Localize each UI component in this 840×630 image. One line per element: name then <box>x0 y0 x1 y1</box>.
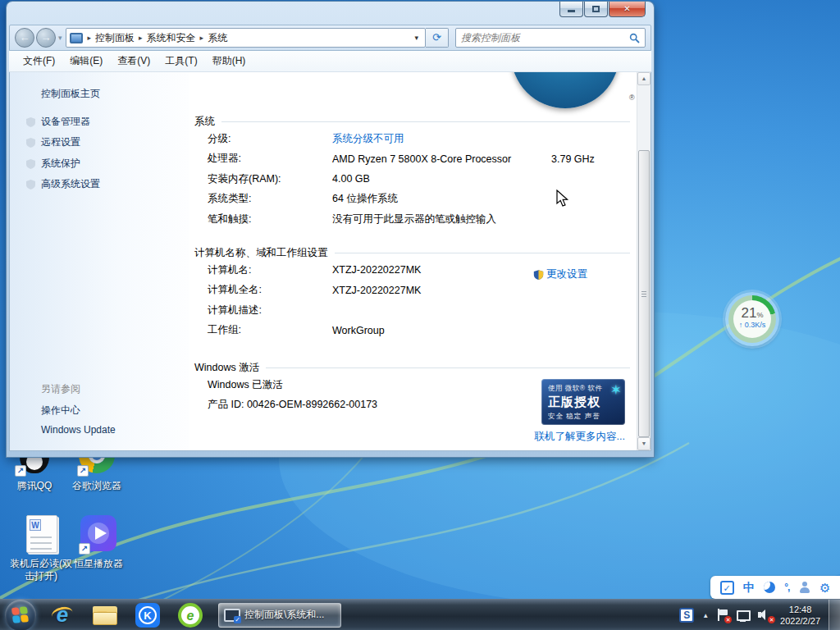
info-row-workgroup: 工作组: WorkGroup <box>194 321 630 341</box>
ime-fullwidth-moon-icon[interactable] <box>764 582 775 593</box>
system-window-icon <box>224 609 240 622</box>
search-icon[interactable] <box>629 33 640 43</box>
ime-toolbar: ✓ 中 °, ⚙ <box>710 576 840 599</box>
scrollbar-thumb[interactable] <box>638 150 650 437</box>
active-window-title: 控制面板\系统和... <box>244 608 324 622</box>
gauge-progress-ring: 21% ↑ 0.3K/s <box>728 295 776 343</box>
windows-flag-icon <box>11 606 30 624</box>
ime-settings-gear-icon[interactable]: ⚙ <box>819 582 830 594</box>
taskbar-clock[interactable]: 12:48 2022/2/27 <box>780 604 820 627</box>
info-row-processor: 处理器: AMD Ryzen 7 5800X 8-Core Processor … <box>194 149 630 170</box>
row-label: 计算机全名: <box>208 283 332 297</box>
search-box[interactable] <box>455 28 646 48</box>
uac-shield-icon <box>26 159 35 169</box>
menu-view[interactable]: 查看(V) <box>110 52 158 71</box>
close-button[interactable]: ✕ <box>609 2 646 17</box>
sidebar: 控制面板主页 设备管理器 远程设置 系统保护 高级系统设置 另请参阅 操作中心 … <box>10 72 189 450</box>
breadcrumb-control-panel[interactable]: 控制面板 <box>93 31 137 45</box>
minimize-button[interactable] <box>559 2 583 17</box>
sidebar-item-control-panel-home[interactable]: 控制面板主页 <box>41 87 100 101</box>
system-section: 系统 分级: 系统分级不可用 处理器: AMD Ryzen 7 5800X 8-… <box>194 115 630 230</box>
taskbar-kugou-icon[interactable]: K <box>131 600 164 630</box>
desktop-icon-label: 谷歌浏览器 <box>57 480 136 492</box>
shortcut-arrow-icon: ↗ <box>79 543 90 555</box>
scroll-up-button[interactable]: ▲ <box>637 72 651 85</box>
sidebar-item-system-protection[interactable]: 系统保护 <box>41 157 80 171</box>
info-row-full-name: 计算机全名: XTZJ-20220227MK <box>194 281 630 301</box>
forward-button[interactable]: → <box>36 28 56 48</box>
sidebar-item-label: 远程设置 <box>41 135 80 149</box>
taskbar-explorer-icon[interactable] <box>89 600 121 630</box>
sidebar-item-advanced-settings[interactable]: 高级系统设置 <box>41 177 100 191</box>
sidebar-item-remote-settings[interactable]: 远程设置 <box>41 135 80 149</box>
row-label: 分级: <box>208 132 332 146</box>
recent-pages-chevron-icon[interactable]: ▾ <box>58 34 62 42</box>
taskbar-360-browser-icon[interactable]: e <box>174 600 207 630</box>
sidebar-see-also-header: 另请参阅 <box>41 382 80 396</box>
action-center-flag-icon[interactable]: ✕ <box>717 609 728 622</box>
maximize-button[interactable] <box>584 2 608 17</box>
change-settings-label: 更改设置 <box>546 267 587 281</box>
clock-date: 2022/2/27 <box>780 615 820 627</box>
sidebar-item-device-manager[interactable]: 设备管理器 <box>41 115 90 129</box>
menu-help[interactable]: 帮助(H) <box>205 52 253 71</box>
menu-bar: 文件(F) 编辑(E) 查看(V) 工具(T) 帮助(H) <box>9 51 651 72</box>
ie-ring-icon <box>50 605 74 623</box>
rating-unavailable-link[interactable]: 系统分级不可用 <box>332 132 630 146</box>
taskbar-ie-icon[interactable]: e <box>46 600 79 630</box>
learn-more-online-link[interactable]: 联机了解更多内容... <box>535 430 625 444</box>
menu-edit[interactable]: 编辑(E) <box>62 52 110 71</box>
window-controls: ✕ <box>559 2 646 17</box>
network-speed-gauge-widget[interactable]: 21% ↑ 0.3K/s <box>725 292 779 346</box>
network-status-icon[interactable] <box>737 609 750 622</box>
section-title: Windows 激活 <box>194 361 259 375</box>
vertical-scrollbar[interactable]: ▲ ▼ <box>637 72 651 450</box>
navigation-bar: ← → ▾ ▸ 控制面板 ▸ 系统和安全 ▸ 系统 ▾ ⟳ <box>9 25 651 51</box>
sidebar-item-label: 操作中心 <box>41 404 80 418</box>
volume-muted-icon[interactable]: ✕ <box>758 609 772 622</box>
back-button[interactable]: ← <box>15 28 34 48</box>
genuine-software-badge[interactable]: 使用 微软® 软件 正版授权 安全 稳定 声誉 ✶ <box>541 379 625 425</box>
scroll-down-button[interactable]: ▼ <box>637 437 651 450</box>
breadcrumb-system[interactable]: 系统 <box>205 31 230 45</box>
show-hidden-icons-button[interactable]: ▲ <box>702 612 709 619</box>
sidebar-item-label: 高级系统设置 <box>41 177 100 191</box>
section-title: 计算机名称、域和工作组设置 <box>194 246 328 260</box>
row-value: WorkGroup <box>332 325 630 336</box>
menu-tools[interactable]: 工具(T) <box>158 52 204 71</box>
info-row-pen-touch: 笔和触摸: 没有可用于此显示器的笔或触控输入 <box>194 209 630 230</box>
address-dropdown-icon[interactable]: ▾ <box>411 34 422 42</box>
taskbar-active-window-button[interactable]: 控制面板\系统和... <box>218 603 341 628</box>
ime-punctuation-icon[interactable]: °, <box>784 582 789 592</box>
address-bar[interactable]: ▸ 控制面板 ▸ 系统和安全 ▸ 系统 ▾ <box>66 28 426 48</box>
refresh-button[interactable]: ⟳ <box>426 28 449 48</box>
row-value: 没有可用于此显示器的笔或触控输入 <box>332 212 630 226</box>
start-button[interactable] <box>5 600 36 630</box>
tray-sogou-icon[interactable]: S <box>679 608 694 623</box>
taskbar: e K e 控制面板\系统和... S ▲ ✕ ✕ 12:48 2022/2/2… <box>0 599 840 630</box>
sidebar-item-windows-update[interactable]: Windows Update <box>41 424 116 436</box>
search-input[interactable] <box>461 32 629 43</box>
change-settings-link[interactable]: 更改设置 <box>533 267 587 281</box>
system-tray: S ▲ ✕ ✕ 12:48 2022/2/27 <box>679 600 820 630</box>
ime-logo-icon[interactable]: ✓ <box>720 581 734 595</box>
row-value: AMD Ryzen 7 5800X 8-Core Processor <box>332 153 551 165</box>
windows-activation-section: Windows 激活 Windows 已激活 产品 ID: 00426-OEM-… <box>194 361 630 415</box>
desktop-icon-player[interactable]: ↗ 恒星播放器 <box>59 515 138 570</box>
gauge-inner: 21% ↑ 0.3K/s <box>733 300 771 338</box>
row-value: 4.00 GB <box>332 173 630 185</box>
ime-user-icon[interactable] <box>799 582 810 593</box>
ime-chinese-mode-icon[interactable]: 中 <box>743 582 755 593</box>
gauge-percent: 21% <box>733 305 771 322</box>
breadcrumb-system-security[interactable]: 系统和安全 <box>144 31 199 45</box>
info-row-system-type: 系统类型: 64 位操作系统 <box>194 189 630 210</box>
show-desktop-button[interactable] <box>829 600 840 630</box>
uac-shield-icon <box>26 138 35 148</box>
row-label: 计算机描述: <box>208 304 332 317</box>
badge-line3: 安全 稳定 声誉 <box>548 412 620 422</box>
sidebar-item-action-center[interactable]: 操作中心 <box>41 404 80 418</box>
processor-speed: 3.79 GHz <box>551 153 630 165</box>
sidebar-item-label: 系统保护 <box>41 157 80 171</box>
menu-file[interactable]: 文件(F) <box>16 52 62 71</box>
breadcrumb-separator: ▸ <box>86 34 94 42</box>
